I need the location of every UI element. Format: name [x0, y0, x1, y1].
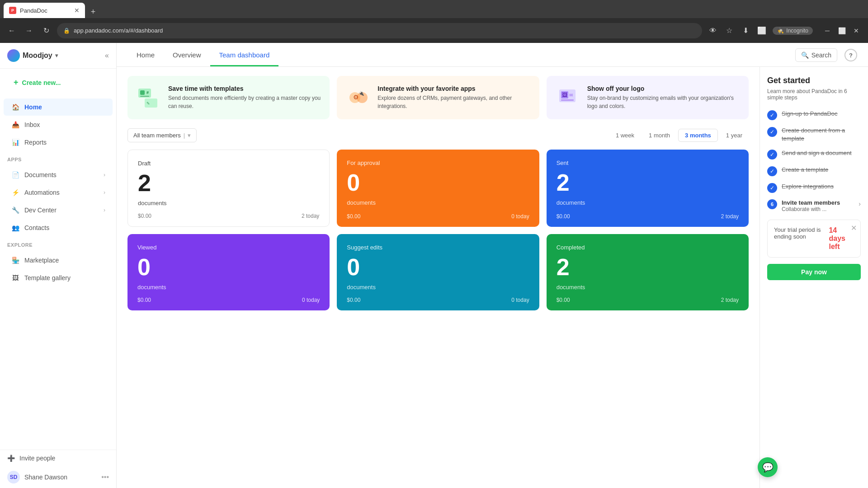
invite-team-item[interactable]: 6 Invite team members Collaborate with .… — [767, 199, 861, 212]
svg-text:✎: ✎ — [146, 101, 150, 106]
org-name[interactable]: Moodjoy ▾ — [7, 49, 58, 62]
stat-footer-suggest: $0.00 0 today — [347, 292, 529, 303]
stat-footer-approval: $0.00 0 today — [347, 209, 529, 220]
filter-1-month[interactable]: 1 month — [642, 129, 676, 142]
time-filters: 1 week 1 month 3 months 1 year — [609, 129, 749, 142]
checklist-item-send-sign[interactable]: ✓ Send and sign a document — [767, 149, 861, 160]
pay-now-button[interactable]: Pay now — [767, 264, 861, 280]
tab-close-button[interactable]: ✕ — [74, 7, 80, 14]
stat-card-viewed[interactable]: Viewed 0 documents $0.00 0 today — [127, 234, 330, 310]
marketplace-icon: 🏪 — [11, 256, 20, 265]
checklist-label-signup: Sign-up to PandaDoc — [782, 110, 838, 118]
svg-text:🖼: 🖼 — [562, 92, 567, 98]
extensions-icon[interactable]: ⬜ — [755, 24, 768, 37]
forward-button[interactable]: → — [23, 24, 35, 37]
stat-card-draft[interactable]: Draft 2 documents $0.00 2 today — [127, 150, 330, 227]
tab-overview[interactable]: Overview — [164, 43, 210, 66]
sidebar-item-home-label: Home — [24, 103, 105, 111]
invite-people-icon: ➕ — [7, 455, 15, 462]
svg-text:✉: ✉ — [569, 93, 573, 98]
stat-card-sent[interactable]: Sent 2 documents $0.00 2 today — [547, 150, 749, 227]
new-tab-button[interactable]: + — [87, 5, 99, 18]
stat-sublabel-sent: documents — [557, 199, 739, 206]
stat-sublabel-suggest: documents — [347, 284, 529, 291]
team-member-filter[interactable]: All team members | ▾ — [127, 128, 197, 142]
stat-number-viewed: 0 — [137, 254, 320, 280]
stat-amount-draft: $0.00 — [138, 213, 151, 219]
stat-card-approval[interactable]: For approval 0 documents $0.00 0 today — [337, 150, 539, 227]
invite-people-button[interactable]: ➕ Invite people — [0, 450, 116, 466]
maximize-button[interactable]: ⬜ — [835, 24, 848, 37]
promo-desc-integrations: Explore dozens of CRMs, payment gateways… — [377, 94, 530, 110]
stat-label-approval: For approval — [347, 160, 529, 166]
user-more-button[interactable]: ••• — [101, 473, 109, 481]
tab-team-dashboard[interactable]: Team dashboard — [210, 43, 279, 66]
chevron-right-icon-2: › — [104, 189, 105, 196]
sidebar-header: Moodjoy ▾ « — [0, 43, 116, 69]
trial-text: Your trial period is ending soon — [774, 226, 825, 240]
sidebar-item-inbox[interactable]: 📥 Inbox — [4, 116, 113, 133]
svg-rect-3 — [140, 96, 149, 97]
back-button[interactable]: ← — [5, 24, 18, 37]
collapse-sidebar-button[interactable]: « — [105, 52, 109, 60]
checklist-label-explore: Explore integrations — [782, 183, 834, 191]
promo-title-templates: Save time with templates — [168, 85, 321, 92]
user-name: Shane Dawson — [24, 474, 67, 481]
download-icon[interactable]: ⬇ — [739, 24, 752, 37]
sidebar-item-home[interactable]: 🏠 Home — [4, 99, 113, 116]
promo-card-logo[interactable]: 🖼 ✉ Show off your logo Stay on-brand by … — [547, 76, 749, 119]
stat-sublabel-viewed: documents — [137, 284, 320, 291]
user-profile-button[interactable]: SD Shane Dawson ••• — [0, 466, 116, 488]
sidebar-item-documents[interactable]: 📄 Documents › — [4, 166, 113, 183]
reload-button[interactable]: ↻ — [40, 24, 52, 37]
stat-footer-draft: $0.00 2 today — [138, 208, 319, 219]
sidebar-item-dev-center[interactable]: 🔧 Dev Center › — [4, 202, 113, 219]
stat-amount-approval: $0.00 — [347, 213, 360, 220]
main-content: Home Overview Team dashboard 🔍 Search ? — [117, 43, 868, 488]
svg-text:🔌: 🔌 — [359, 90, 364, 96]
stat-today-sent: 2 today — [721, 213, 739, 220]
search-button[interactable]: 🔍 Search — [795, 48, 837, 62]
minimize-button[interactable]: ─ — [821, 24, 834, 37]
promo-card-templates[interactable]: # ✎ Save time with templates Send docume… — [127, 76, 330, 119]
promo-card-integrations[interactable]: ⚙ 🔌 Integrate with your favorite apps Ex… — [337, 76, 539, 119]
chevron-right-icon-3: › — [104, 207, 105, 213]
sidebar-item-automations[interactable]: ⚡ Automations › — [4, 184, 113, 201]
checklist-item-create-template[interactable]: ✓ Create a template — [767, 166, 861, 176]
chat-bubble-button[interactable]: 💬 — [758, 457, 778, 477]
checklist-item-create-doc[interactable]: ✓ Create document from a template — [767, 127, 861, 143]
stat-number-approval: 0 — [347, 170, 529, 196]
filter-1-week[interactable]: 1 week — [609, 129, 641, 142]
search-icon: 🔍 — [801, 52, 809, 59]
sidebar-item-contacts[interactable]: 👥 Contacts — [4, 219, 113, 236]
create-new-button[interactable]: + Create new... — [7, 74, 109, 91]
stat-sublabel-approval: documents — [347, 199, 529, 206]
invite-text: Invite team members Collaborate with ... — [782, 199, 854, 212]
stat-card-suggest-edits[interactable]: Suggest edits 0 documents $0.00 0 today — [337, 234, 539, 310]
stat-label-sent: Sent — [557, 160, 739, 166]
incognito-badge: 🕵 Incognito — [773, 27, 813, 35]
top-nav-actions: 🔍 Search ? — [795, 48, 857, 66]
eye-slash-icon[interactable]: 👁 — [707, 24, 719, 37]
sidebar-item-marketplace[interactable]: 🏪 Marketplace — [4, 252, 113, 269]
tab-home[interactable]: Home — [127, 43, 164, 66]
close-button[interactable]: ✕ — [850, 24, 863, 37]
address-bar[interactable]: 🔒 app.pandadoc.com/a/#/dashboard — [57, 23, 702, 38]
checklist-item-explore-integrations[interactable]: ✓ Explore integrations — [767, 183, 861, 193]
sidebar-item-template-gallery[interactable]: 🖼 Template gallery — [4, 269, 113, 286]
help-button[interactable]: ? — [844, 49, 857, 61]
sidebar-item-contacts-label: Contacts — [24, 224, 105, 231]
filter-1-year[interactable]: 1 year — [720, 129, 749, 142]
org-logo — [7, 49, 20, 62]
trial-close-button[interactable]: ✕ — [851, 224, 857, 232]
checklist-item-signup[interactable]: ✓ Sign-up to PandaDoc — [767, 110, 861, 120]
svg-rect-12 — [561, 99, 574, 101]
dev-center-icon: 🔧 — [11, 206, 20, 215]
active-tab[interactable]: P PandaDoc ✕ — [4, 3, 85, 18]
stat-footer-completed: $0.00 2 today — [557, 292, 739, 303]
stat-card-completed[interactable]: Completed 2 documents $0.00 2 today — [547, 234, 749, 310]
filter-3-months[interactable]: 3 months — [678, 129, 718, 142]
chevron-right-invite-icon: › — [859, 200, 861, 207]
sidebar-item-reports[interactable]: 📊 Reports — [4, 134, 113, 151]
bookmark-icon[interactable]: ☆ — [723, 24, 736, 37]
